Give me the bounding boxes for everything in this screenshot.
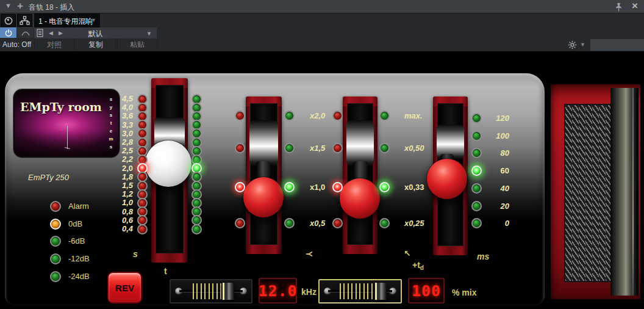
cabinet-mesh-grille (564, 104, 612, 282)
fader-label: 20 (484, 202, 509, 211)
mix-display: 888 100 (408, 278, 445, 304)
brand-name: EMpTy room (20, 100, 106, 114)
pin-icon[interactable] (615, 2, 623, 12)
led-indicator (379, 143, 390, 153)
add-icon[interactable]: + (17, 0, 23, 12)
decay-scale-label: 0,8 (112, 207, 133, 216)
predelay-knob[interactable] (427, 159, 467, 199)
plugin-toolbar: ◀ ▶ 默认 ▼ (0, 27, 644, 38)
led-indicator (50, 236, 61, 247)
decay-scale-label: 2,8 (112, 137, 133, 147)
meter-label: 0dB (68, 219, 82, 228)
fader-label: 40 (484, 184, 509, 193)
meter-label: -6dB (68, 236, 85, 245)
led-indicator (50, 271, 61, 282)
led-indicator (50, 219, 61, 230)
fader-lever (249, 120, 278, 167)
predelay-unit-label: ms (477, 252, 489, 261)
fader-label: 80 (484, 148, 509, 158)
decay-scale-label: 0,4 (112, 224, 133, 233)
decay-scale-label: 4,5 (112, 94, 133, 103)
chevron-down-icon[interactable]: ▼ (91, 17, 96, 23)
slider-ticks (193, 283, 223, 299)
model-name: EmPTy 250 (28, 173, 69, 182)
mix-slider-handle[interactable] (374, 283, 387, 300)
decay-scale-label: 3,0 (112, 129, 133, 138)
decay-scale-label: 1,0 (112, 198, 133, 207)
decay-scale-label: 0,6 (112, 216, 133, 225)
command-bar: Auto: Off 对照 复制 粘贴 ▼ (0, 38, 644, 51)
decay-scale-label: 2,5 (112, 146, 133, 155)
led-indicator (284, 111, 295, 121)
fx-preset-selector[interactable]: 1 - 电音专用混响 ▼ (34, 13, 100, 27)
led-indicator (379, 111, 390, 121)
led-indicator (379, 218, 390, 228)
close-icon[interactable]: × (632, 0, 638, 12)
fader-label: x0,50 (404, 144, 441, 153)
fx-plugin-window: ▼ + 音轨 18 - 插入 × 1 - 电音专用混响 ▼ (0, 0, 644, 309)
rev-button[interactable]: REV (107, 272, 142, 304)
decay-scale-label: 1,5 (112, 181, 133, 190)
bandwidth-slider-handle[interactable] (221, 283, 234, 300)
automation-status[interactable]: Auto: Off (2, 40, 31, 49)
led-indicator (284, 182, 295, 192)
routing-icon-button[interactable] (17, 14, 32, 27)
rack-bar: 1 - 电音专用混响 ▼ (0, 13, 644, 27)
timer-icon-button[interactable] (1, 14, 16, 27)
bypass-button[interactable] (17, 27, 34, 38)
decay-scale-label: 3,3 (112, 120, 133, 129)
led-indicator (471, 131, 482, 141)
rack-buttons (0, 13, 34, 27)
fader-label: 60 (484, 166, 509, 175)
decay-scale-label: 2,2 (112, 154, 133, 164)
fader-label: x0,33 (404, 183, 441, 192)
bandwidth-display: 88.8 12.0 (259, 278, 297, 304)
decay-fader-knob[interactable] (145, 140, 191, 187)
mix-slider[interactable] (318, 279, 402, 304)
led-indicator (50, 253, 61, 264)
chevron-down-icon[interactable]: ▼ (580, 42, 585, 48)
fader-label: max. (404, 111, 441, 120)
mix-value: 100 (409, 279, 443, 302)
copy-button[interactable]: 复制 (76, 38, 116, 51)
led-indicator (332, 182, 343, 192)
led-indicator (471, 183, 482, 194)
corner-arrow-icon: ↖ (404, 249, 411, 258)
led-indicator (235, 218, 245, 228)
fader-label: 120 (484, 114, 509, 123)
gear-icon[interactable] (567, 40, 578, 50)
led-indicator (235, 111, 245, 121)
led-indicator (50, 201, 61, 212)
fader-lever (346, 120, 374, 167)
compare-button[interactable]: 对照 (34, 38, 74, 51)
slider-ticks (340, 283, 375, 299)
led-indicator (284, 218, 295, 228)
collapse-icon[interactable]: ▼ (5, 2, 12, 9)
mix-label: +td (412, 260, 424, 271)
paste-button[interactable]: 粘贴 (117, 38, 157, 51)
chevron-down-icon[interactable]: ▼ (146, 31, 152, 37)
toolbar-spacer (590, 39, 644, 51)
preset-strip: ◀ ▶ 默认 ▼ (34, 27, 157, 38)
low-multiplier-knob[interactable] (243, 177, 284, 217)
window-title: 音轨 18 - 插入 (29, 2, 74, 13)
led-indicator (332, 111, 343, 121)
led-indicator (235, 182, 245, 192)
meter-label: Alarm (68, 202, 89, 211)
bandwidth-slider[interactable] (170, 279, 252, 304)
power-button[interactable] (0, 27, 16, 38)
bandwidth-unit-label: kHz (301, 287, 317, 297)
led-indicator (471, 201, 482, 211)
led-indicator (379, 182, 390, 192)
fx-preset-name: 1 - 电音专用混响 (38, 16, 93, 27)
bandwidth-label: t (164, 266, 167, 276)
decay-unit-label: s (133, 249, 138, 259)
plugin-preset-name[interactable]: 默认 (34, 29, 157, 39)
meter-label: -24dB (68, 272, 90, 281)
led-indicator (191, 224, 202, 234)
led-indicator (332, 218, 343, 228)
titlebar: ▼ + 音轨 18 - 插入 × (0, 0, 644, 13)
decay-scale-label: 2,0 (112, 164, 133, 173)
fader-label: 100 (484, 131, 509, 140)
meter-label: -12dB (68, 254, 90, 263)
